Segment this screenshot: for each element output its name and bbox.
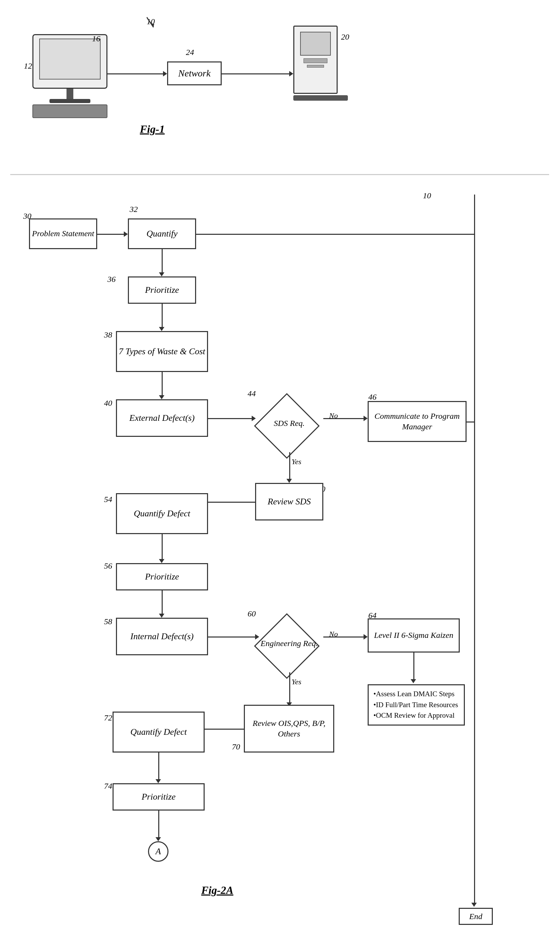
line-p3-to-a [158, 811, 159, 838]
fig1-label: Fig-1 [140, 123, 165, 135]
external-defects-box: External Defect(s) [116, 399, 208, 437]
arrow-to-kiosk [289, 71, 293, 77]
line-qd2-to-p3 [158, 753, 159, 780]
ref-12: 12 [24, 62, 32, 71]
line-network-kiosk [222, 73, 290, 74]
line-sds-to-review [289, 452, 290, 479]
monitor-screen [39, 38, 101, 80]
review-ois-box: Review OIS,QPS, B/P, Others [244, 705, 334, 753]
quantify-defect1-box: Quantify Defect [116, 493, 208, 534]
arrow-qd2-to-p3 [155, 779, 161, 783]
arrow-waste-to-ext [159, 395, 164, 399]
ref-60: 60 [248, 609, 256, 618]
prioritize2-box: Prioritize [116, 563, 208, 590]
waste-cost-box: 7 Types of Waste & Cost [116, 331, 208, 372]
line-level2-to-assess [413, 653, 414, 680]
right-rail-arrow [471, 903, 477, 907]
arrow-sds-no [364, 416, 368, 421]
ref-74: 74 [104, 782, 112, 791]
prioritize3-box: Prioritize [112, 783, 205, 811]
section-divider [10, 174, 549, 175]
problem-statement-box: Problem Statement [29, 219, 97, 249]
arrow-sds-to-review [287, 479, 292, 483]
ref-32: 32 [130, 205, 138, 214]
line-eng-no [323, 636, 364, 637]
fig2a-label: Fig-2A [201, 884, 233, 896]
ref-44: 44 [248, 389, 256, 398]
assess-lean-box: •Assess Lean DMAIC Steps •ID Full/Part T… [368, 684, 465, 725]
arrow-p1-to-waste [159, 327, 164, 331]
monitor-base [49, 99, 91, 103]
kiosk-base [293, 95, 348, 101]
review-sds-box: Review SDS [255, 483, 323, 520]
end-box: End [459, 908, 493, 925]
yes-label-eng: Yes [292, 677, 301, 686]
line-waste-to-ext [162, 372, 163, 396]
ref-36: 36 [107, 275, 116, 284]
line-eng-to-ois [289, 672, 290, 703]
arrow-p2-to-int [159, 614, 164, 618]
ref-46: 46 [368, 393, 376, 402]
line-int-to-eng [208, 636, 256, 637]
arrow-to-network [163, 71, 167, 77]
line-comm-to-rail [466, 422, 475, 422]
ref-24: 24 [186, 48, 194, 57]
ref-16: 16 [92, 34, 100, 43]
kiosk-slot2 [307, 65, 324, 68]
level2-box: Level II 6-Sigma Kaizen [368, 618, 460, 653]
ref-54: 54 [104, 495, 112, 504]
network-box: Network [167, 62, 222, 85]
line-quantify-rail [196, 234, 475, 235]
ref-58: 58 [104, 617, 112, 626]
ref-38: 38 [104, 330, 112, 340]
kiosk-slot1 [304, 59, 327, 63]
line-ps-to-quantify [97, 234, 124, 235]
arrow-q-to-p [159, 273, 164, 276]
right-rail-line [474, 194, 475, 904]
ref-56: 56 [104, 561, 112, 571]
computer-illustration [32, 34, 107, 118]
page: 10 12 16 Network 24 [0, 0, 560, 930]
line-sds-no [323, 418, 364, 419]
kiosk-body [293, 26, 338, 94]
ref-72: 72 [104, 713, 112, 722]
kiosk-screen [300, 32, 331, 55]
line-p1-to-waste [162, 304, 163, 328]
arrow-eng-no [364, 634, 368, 640]
arrow-qd1-to-p2 [159, 559, 164, 563]
line-q-to-p [162, 249, 163, 273]
line-qd1-to-p2 [162, 534, 163, 560]
line-computer-network [107, 73, 164, 74]
internal-defects-box: Internal Defect(s) [116, 618, 208, 655]
ref-40: 40 [104, 399, 112, 408]
eng-req-diamond: Engineering Req. [255, 614, 323, 672]
monitor-stand [66, 89, 73, 99]
kiosk-illustration [293, 26, 505, 101]
keyboard [32, 105, 107, 118]
yes-label-sds: Yes [292, 457, 301, 466]
line-ext-to-sds [208, 418, 252, 419]
prioritize1-box: Prioritize [128, 276, 196, 304]
connector-a: A [148, 841, 169, 862]
ref-20: 20 [341, 32, 349, 42]
fc-ref-10: 10 [423, 191, 431, 200]
arrow-level2-to-assess [411, 679, 416, 683]
fig1-section: 10 12 16 Network 24 [0, 7, 560, 171]
arrow-ps-to-quantify [124, 231, 128, 237]
sds-req-diamond: SDS Req. [255, 394, 323, 452]
arrow-10 [147, 17, 157, 31]
ref-70: 70 [232, 742, 240, 751]
line-p2-to-int [162, 590, 163, 614]
quantify-box: Quantify [128, 219, 196, 249]
arrow-p3-to-a [155, 837, 161, 841]
quantify-defect2-box: Quantify Defect [112, 711, 205, 753]
communicate-pm-box: Communicate to Program Manager [368, 401, 466, 442]
